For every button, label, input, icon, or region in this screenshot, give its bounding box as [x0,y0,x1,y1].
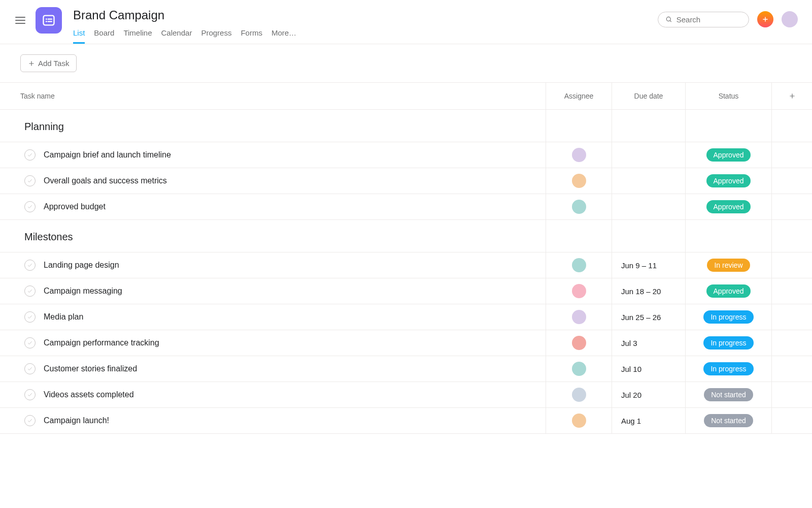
complete-check-icon[interactable] [24,149,36,161]
column-header-status: Status [685,83,771,109]
assignee-avatar[interactable] [572,148,586,162]
assignee-avatar[interactable] [572,310,586,324]
task-row[interactable]: Campaign performance tracking [0,330,546,356]
assignee-avatar[interactable] [572,388,586,402]
due-date-cell[interactable]: Jul 20 [612,382,685,407]
task-name: Campaign performance tracking [44,338,159,347]
task-name: Campaign messaging [44,287,122,296]
task-row[interactable]: Campaign launch! [0,408,546,433]
task-name: Approved budget [44,202,106,211]
due-date-cell[interactable] [612,194,685,219]
status-badge[interactable]: Approved [706,284,751,298]
column-header-due: Due date [612,83,685,109]
search-icon [665,15,672,23]
due-date-cell[interactable]: Jun 18 – 20 [612,278,685,304]
search-input-wrapper[interactable] [658,12,749,27]
section-header[interactable]: Planning [0,110,546,142]
complete-check-icon[interactable] [24,201,36,212]
tab-calendar[interactable]: Calendar [161,28,192,44]
complete-check-icon[interactable] [24,415,36,426]
task-name: Videos assets completed [44,390,134,399]
assignee-avatar[interactable] [572,362,586,376]
task-row[interactable]: Approved budget [0,194,546,219]
svg-rect-0 [44,16,54,25]
tab-timeline[interactable]: Timeline [123,28,152,44]
task-row[interactable]: Customer stories finalized [0,356,546,382]
tab-board[interactable]: Board [94,28,114,44]
complete-check-icon[interactable] [24,389,36,400]
status-badge[interactable]: Approved [706,174,751,187]
status-badge[interactable]: In progress [703,336,753,350]
task-name: Media plan [44,312,83,322]
task-row[interactable]: Videos assets completed [0,382,546,407]
tab-more[interactable]: More… [272,28,296,44]
status-badge[interactable]: Not started [704,388,753,401]
status-badge[interactable]: Approved [706,148,751,162]
add-task-button[interactable]: Add Task [20,54,77,72]
status-badge[interactable]: In progress [703,362,753,375]
assignee-avatar[interactable] [572,258,586,272]
complete-check-icon[interactable] [24,175,36,186]
tab-forms[interactable]: Forms [241,28,262,44]
assignee-avatar[interactable] [572,336,586,350]
task-name: Landing page design [44,261,119,270]
hamburger-menu-icon[interactable] [14,14,26,26]
task-row[interactable]: Media plan [0,304,546,330]
complete-check-icon[interactable] [24,311,36,323]
due-date-cell[interactable] [612,168,685,194]
status-badge[interactable]: Approved [706,200,751,213]
project-title: Brand Campaign [73,8,658,22]
status-badge[interactable]: In progress [703,310,753,324]
complete-check-icon[interactable] [24,337,36,348]
plus-icon [789,92,796,100]
status-badge[interactable]: In review [707,259,750,272]
search-input[interactable] [676,15,741,24]
assignee-avatar[interactable] [572,414,586,428]
add-column-button[interactable] [771,83,812,109]
user-avatar[interactable] [782,11,798,27]
task-row[interactable]: Campaign brief and launch timeline [0,142,546,168]
assignee-avatar[interactable] [572,174,586,188]
task-row[interactable]: Overall goals and success metrics [0,168,546,194]
section-header[interactable]: Milestones [0,220,546,252]
complete-check-icon[interactable] [24,260,36,271]
create-button[interactable] [757,11,773,27]
due-date-cell[interactable] [612,142,685,168]
tab-progress[interactable]: Progress [201,28,231,44]
plus-icon [28,60,35,67]
svg-point-1 [46,18,47,20]
assignee-avatar[interactable] [572,200,586,214]
plus-icon [762,16,769,23]
task-name: Customer stories finalized [44,364,137,373]
due-date-cell[interactable]: Aug 1 [612,408,685,433]
due-date-cell[interactable]: Jun 25 – 26 [612,304,685,330]
svg-point-2 [46,21,47,22]
task-row[interactable]: Landing page design [0,252,546,278]
task-name: Campaign launch! [44,416,109,425]
complete-check-icon[interactable] [24,285,36,297]
status-badge[interactable]: Not started [704,414,753,427]
column-header-assignee: Assignee [546,83,612,109]
task-name: Campaign brief and launch timeline [44,150,171,160]
project-icon [36,7,62,34]
complete-check-icon[interactable] [24,363,36,374]
due-date-cell[interactable]: Jun 9 – 11 [612,252,685,278]
add-task-label: Add Task [38,59,69,68]
due-date-cell[interactable]: Jul 10 [612,356,685,382]
task-row[interactable]: Campaign messaging [0,278,546,304]
task-name: Overall goals and success metrics [44,176,167,185]
tab-list[interactable]: List [73,28,85,44]
assignee-avatar[interactable] [572,284,586,298]
column-header-task: Task name [0,83,546,109]
due-date-cell[interactable]: Jul 3 [612,330,685,356]
